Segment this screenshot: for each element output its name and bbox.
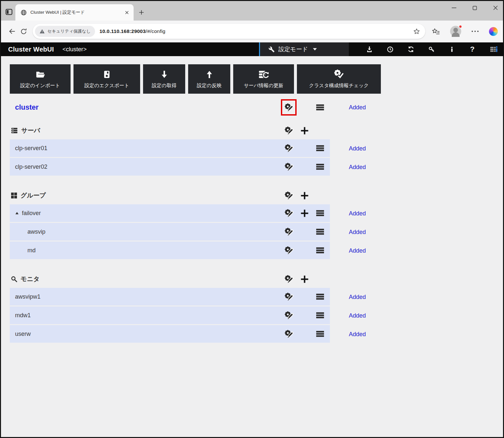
wrench-icon	[268, 46, 275, 53]
window-close-icon	[493, 6, 498, 10]
edit-settings-icon[interactable]	[285, 103, 293, 112]
row-label: awsvip	[27, 228, 45, 235]
tab-close-button[interactable]	[123, 9, 130, 16]
menu-icon[interactable]	[316, 209, 324, 217]
row-label: userw	[15, 331, 31, 337]
edit-settings-icon[interactable]	[285, 191, 293, 200]
reload-button[interactable]	[18, 26, 29, 37]
maximize-icon	[473, 6, 477, 10]
minimize-button[interactable]	[451, 5, 457, 11]
cluster-link[interactable]: cluster	[15, 103, 39, 112]
section-header: グループ	[10, 189, 330, 202]
warning-icon	[40, 29, 45, 34]
maximize-button[interactable]	[472, 5, 478, 11]
address-bar[interactable]: セキュリティ保護なし 10.0.110.168:29003/#/config	[33, 24, 425, 39]
tab-actions-icon	[5, 8, 13, 16]
status-badge: Added	[349, 312, 366, 319]
collapse-icon[interactable]	[15, 211, 19, 215]
tab-cluster-webui[interactable]: Cluster WebUI | 設定モード	[15, 4, 134, 21]
key-button[interactable]	[428, 46, 435, 53]
add-icon[interactable]	[300, 275, 309, 284]
more-icon	[471, 30, 479, 32]
star-icon	[413, 28, 420, 35]
window-close-button[interactable]	[493, 5, 498, 11]
update-server-info-button[interactable]: サーバ情報の更新	[233, 64, 294, 94]
mode-selector[interactable]: 設定モード	[259, 42, 349, 56]
cluster-row: cluster Added	[10, 98, 503, 117]
cluster-name: <cluster>	[62, 46, 87, 53]
copilot-icon[interactable]	[489, 27, 498, 36]
bookmark-button[interactable]	[413, 28, 420, 35]
app-body: 設定のインポート 設定のエクスポート 設定の取得 設定の反映 サーバ情報の更新 …	[1, 56, 503, 437]
tab-strip: Cluster WebUI | 設定モード	[1, 1, 503, 21]
mode-label: 設定モード	[278, 45, 308, 53]
highlight-box	[281, 99, 297, 116]
config-row: mdw1 Added	[10, 306, 503, 325]
edit-settings-icon[interactable]	[285, 275, 293, 284]
svg-text:?: ?	[470, 46, 475, 53]
add-icon[interactable]	[300, 209, 309, 218]
browser-window: Cluster WebUI | 設定モード セキュリティ保護なし 10.0.11…	[0, 0, 504, 438]
clock-button[interactable]	[387, 46, 394, 53]
back-button[interactable]	[6, 25, 18, 37]
app-title: Cluster WebUI	[8, 46, 54, 53]
section-servers: サーバ clp-server01 Added	[10, 124, 503, 177]
section-title: モニタ	[21, 275, 281, 283]
caret-down-icon	[312, 48, 317, 51]
menu-icon[interactable]	[316, 144, 324, 152]
new-tab-button[interactable]	[139, 10, 144, 15]
menu-icon[interactable]	[316, 246, 324, 255]
edit-settings-icon[interactable]	[285, 292, 293, 301]
status-badge: Added	[349, 294, 366, 301]
section-title: グループ	[21, 191, 281, 200]
menu-icon[interactable]	[316, 292, 324, 301]
sync-icon	[407, 46, 415, 53]
edit-settings-icon[interactable]	[285, 311, 293, 320]
list-info-button[interactable]	[490, 46, 498, 53]
sync-button[interactable]	[407, 46, 415, 53]
config-row: md Added	[10, 242, 503, 260]
menu-icon[interactable]	[316, 330, 324, 338]
export-config-button[interactable]: 設定のエクスポート	[73, 64, 140, 94]
status-badge: Added	[349, 210, 366, 217]
tab-actions-button[interactable]	[5, 8, 13, 16]
minimize-icon	[452, 6, 456, 10]
edit-settings-icon[interactable]	[285, 144, 293, 153]
edit-settings-icon[interactable]	[285, 163, 293, 171]
globe-icon	[21, 9, 27, 16]
profile-button[interactable]	[450, 26, 461, 37]
security-label: セキュリティ保護なし	[47, 28, 90, 34]
app-header: Cluster WebUI <cluster> 設定モード ?	[1, 42, 503, 56]
edit-settings-icon[interactable]	[285, 330, 293, 338]
edit-settings-icon[interactable]	[285, 227, 293, 236]
import-config-button[interactable]: 設定のインポート	[10, 64, 71, 94]
menu-icon[interactable]	[316, 227, 324, 236]
apply-config-button[interactable]: 設定の反映	[188, 64, 230, 94]
add-icon[interactable]	[300, 191, 309, 200]
more-menu-button[interactable]	[469, 28, 481, 34]
menu-icon[interactable]	[316, 163, 324, 171]
edit-settings-icon[interactable]	[285, 246, 293, 255]
status-badge: Added	[349, 247, 366, 254]
status-badge: Added	[349, 145, 366, 152]
search-icon	[11, 276, 17, 282]
security-badge[interactable]: セキュリティ保護なし	[35, 26, 95, 37]
info-button[interactable]	[449, 46, 455, 53]
menu-icon[interactable]	[316, 103, 324, 112]
help-button[interactable]: ?	[469, 46, 476, 53]
section-header: サーバ	[10, 124, 330, 137]
reload-icon	[20, 28, 27, 35]
status-badge: Added	[349, 104, 366, 111]
status-badge: Added	[349, 331, 366, 338]
download-button[interactable]	[366, 46, 373, 53]
config-row: clp-server02 Added	[10, 158, 503, 177]
favorites-button[interactable]	[430, 26, 442, 37]
menu-icon[interactable]	[316, 311, 324, 320]
edit-settings-icon[interactable]	[285, 209, 293, 218]
get-config-button[interactable]: 設定の取得	[143, 64, 185, 94]
section-title: サーバ	[21, 126, 281, 135]
section-header: モニタ	[10, 273, 330, 285]
edit-settings-icon[interactable]	[285, 126, 293, 135]
cluster-config-check-button[interactable]: クラスタ構成情報チェック	[297, 64, 381, 94]
add-icon[interactable]	[300, 126, 309, 135]
